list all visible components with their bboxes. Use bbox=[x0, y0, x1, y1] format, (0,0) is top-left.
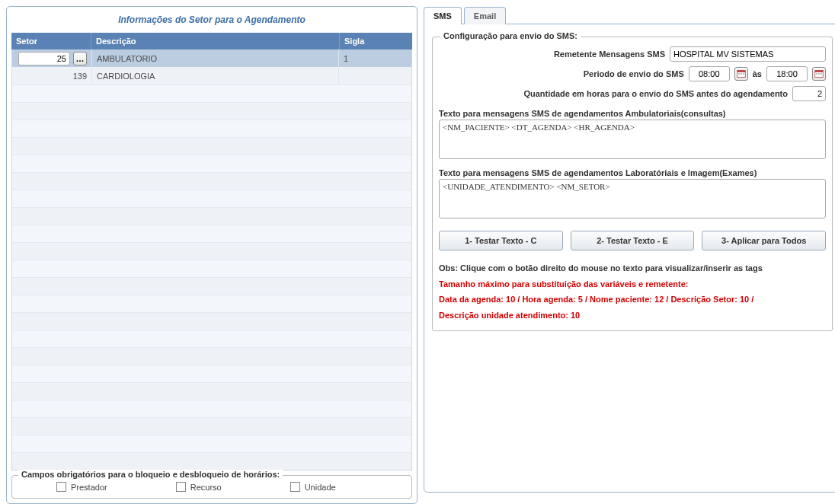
svg-rect-9 bbox=[821, 73, 822, 75]
svg-rect-7 bbox=[816, 73, 817, 75]
mandatory-legend: Campos obrigatórios para o bloqueio e de… bbox=[18, 470, 283, 479]
svg-rect-1 bbox=[737, 71, 746, 72]
svg-rect-6 bbox=[815, 71, 824, 72]
left-panel: Informações do Setor para o Agendamento … bbox=[6, 6, 418, 504]
checkbox-prestador[interactable]: Prestador bbox=[56, 482, 107, 492]
svg-rect-3 bbox=[741, 73, 742, 75]
remetente-input[interactable] bbox=[670, 46, 826, 62]
cell-descricao: CARDIOLOGIA bbox=[92, 67, 339, 85]
warning-line-3: Descrição unidade atendimento: 10 bbox=[439, 308, 826, 323]
mandatory-fields-box: Campos obrigatórios para o bloqueio e de… bbox=[11, 475, 412, 499]
left-panel-title: Informações do Setor para o Agendamento bbox=[11, 10, 412, 33]
periodo-to-input[interactable] bbox=[766, 66, 808, 81]
setor-lov-button[interactable]: … bbox=[73, 52, 87, 65]
svg-rect-4 bbox=[743, 73, 744, 75]
checkbox-unidade[interactable]: Unidade bbox=[290, 482, 336, 492]
checkbox-label: Prestador bbox=[71, 483, 107, 492]
grid-body: … AMBULATORIO 1 139 CARDIOLOGIA bbox=[11, 49, 412, 471]
tab-sms[interactable]: SMS bbox=[424, 7, 462, 24]
svg-rect-2 bbox=[738, 73, 740, 75]
periodo-label: Periodo de envio do SMS bbox=[584, 69, 684, 78]
obs-text: Obs: Clique com o botão direito do mouse… bbox=[439, 261, 826, 276]
tab-email[interactable]: Email bbox=[464, 7, 506, 24]
calendar-from-button[interactable] bbox=[734, 67, 748, 81]
sms-config-fieldset: Configuração para envio do SMS: Remetent… bbox=[432, 37, 833, 331]
txt-consultas-label: Texto para mensagens SMS de agendamentos… bbox=[439, 109, 826, 118]
col-descricao: Descrição bbox=[91, 33, 340, 49]
checkbox-label: Recurso bbox=[190, 483, 222, 492]
warning-line-1: Tamanho máximo para substituição das var… bbox=[439, 277, 826, 292]
tab-bar: SMS Email bbox=[424, 7, 835, 24]
checkbox-icon bbox=[56, 482, 66, 492]
checkbox-icon bbox=[176, 482, 186, 492]
svg-rect-8 bbox=[818, 73, 820, 75]
txt-exames-label: Texto para mensagens SMS de agendamentos… bbox=[439, 168, 826, 177]
col-sigla: Sigla bbox=[340, 33, 412, 49]
cell-setor: 139 bbox=[12, 67, 92, 85]
tab-content-sms: Configuração para envio do SMS: Remetent… bbox=[424, 24, 835, 493]
setor-input[interactable] bbox=[18, 52, 70, 65]
calendar-to-button[interactable] bbox=[812, 67, 826, 81]
cell-descricao: AMBULATORIO bbox=[92, 49, 339, 67]
cell-sigla bbox=[339, 67, 411, 85]
table-row[interactable]: … AMBULATORIO 1 bbox=[12, 49, 411, 67]
cell-sigla: 1 bbox=[339, 49, 411, 67]
txt-exames-textarea[interactable] bbox=[439, 179, 826, 219]
checkbox-label: Unidade bbox=[305, 483, 336, 492]
testar-texto-e-button[interactable]: 2- Testar Texto - E bbox=[571, 231, 695, 250]
checkbox-recurso[interactable]: Recurso bbox=[176, 482, 222, 492]
calendar-icon bbox=[737, 69, 746, 78]
calendar-icon bbox=[814, 69, 824, 78]
col-setor: Setor bbox=[11, 33, 91, 49]
remetente-label: Remetente Mensagens SMS bbox=[554, 49, 665, 59]
grid-header: Setor Descrição Sigla bbox=[11, 33, 412, 49]
txt-consultas-textarea[interactable] bbox=[439, 120, 826, 159]
warning-line-2: Data da agenda: 10 / Hora agenda: 5 / No… bbox=[439, 292, 826, 307]
fieldset-legend: Configuração para envio do SMS: bbox=[440, 31, 581, 40]
qtd-horas-input[interactable] bbox=[792, 86, 826, 101]
periodo-from-input[interactable] bbox=[689, 66, 730, 81]
right-panel: SMS Email Configuração para envio do SMS… bbox=[424, 6, 835, 504]
periodo-to-label: às bbox=[753, 69, 762, 78]
aplicar-todos-button[interactable]: 3- Aplicar para Todos bbox=[702, 231, 826, 250]
qtd-horas-label: Quantidade em horas para o envio do SMS … bbox=[523, 89, 788, 98]
checkbox-icon bbox=[290, 482, 300, 492]
testar-texto-c-button[interactable]: 1- Testar Texto - C bbox=[439, 231, 563, 250]
table-row[interactable]: 139 CARDIOLOGIA bbox=[12, 67, 411, 85]
